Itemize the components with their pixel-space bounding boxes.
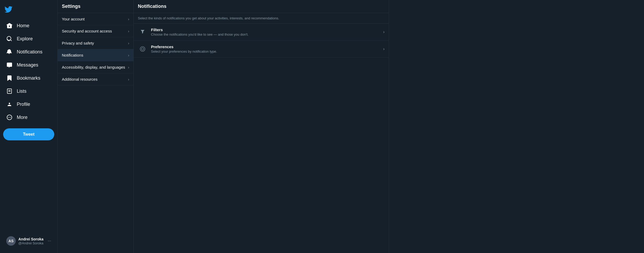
bookmarks-icon: [6, 75, 13, 81]
preferences-title: Preferences: [151, 45, 380, 49]
sidebar-item-messages[interactable]: Messages: [2, 59, 55, 71]
notifications-option-preferences[interactable]: Preferences Select your preferences by n…: [134, 41, 389, 58]
preferences-description: Select your preferences by notification …: [151, 50, 380, 53]
sidebar-item-label: More: [17, 115, 28, 120]
filters-title: Filters: [151, 28, 380, 32]
chevron-right-icon: ›: [128, 17, 129, 21]
sidebar-item-home[interactable]: Home: [2, 19, 55, 32]
sidebar-item-explore[interactable]: Explore: [2, 32, 55, 45]
explore-icon: [6, 36, 13, 42]
settings-item-additional[interactable]: Additional resources ›: [58, 73, 133, 85]
user-profile-button[interactable]: AS Andrei Soroka @Andrei Soroka ···: [2, 233, 55, 249]
sidebar-item-label: Explore: [17, 36, 33, 42]
settings-item-privacy[interactable]: Privacy and safety ›: [58, 37, 133, 49]
home-icon: [6, 23, 13, 29]
user-name: Andrei Soroka: [18, 237, 45, 241]
lists-icon: [6, 88, 13, 94]
avatar: AS: [6, 236, 16, 246]
nav-items: Home Explore Notifications: [0, 19, 57, 124]
settings-item-security[interactable]: Security and account access ›: [58, 25, 133, 37]
chevron-right-icon: ›: [383, 47, 385, 51]
notifications-icon: [6, 49, 13, 55]
sidebar-item-bookmarks[interactable]: Bookmarks: [2, 72, 55, 84]
sidebar-item-label: Bookmarks: [17, 75, 40, 81]
sidebar-item-lists[interactable]: Lists: [2, 85, 55, 97]
notifications-subtitle: Select the kinds of notifications you ge…: [134, 13, 389, 24]
sidebar-item-profile[interactable]: Profile: [2, 98, 55, 111]
user-handle: @Andrei Soroka: [18, 241, 45, 245]
sidebar-item-more[interactable]: More: [2, 111, 55, 124]
sidebar-item-label: Profile: [17, 102, 30, 107]
chevron-right-icon: ›: [128, 29, 129, 33]
chevron-right-icon: ›: [128, 41, 129, 45]
settings-item-accessibility[interactable]: Accessibility, display, and languages ›: [58, 61, 133, 73]
sidebar-item-notifications[interactable]: Notifications: [2, 46, 55, 58]
more-icon: [6, 114, 13, 120]
filters-icon: [138, 27, 147, 37]
settings-item-notifications[interactable]: Notifications ›: [58, 49, 133, 61]
chevron-right-icon: ›: [128, 77, 129, 81]
profile-icon: [6, 101, 13, 107]
notifications-panel-title: Notifications: [134, 0, 389, 13]
tweet-button[interactable]: Tweet: [3, 128, 54, 140]
preferences-option-text: Preferences Select your preferences by n…: [151, 45, 380, 53]
settings-item-your-account[interactable]: Your account ›: [58, 13, 133, 25]
right-empty-panel: [389, 0, 644, 253]
chevron-right-icon: ›: [128, 53, 129, 57]
notifications-panel: Notifications Select the kinds of notifi…: [134, 0, 389, 253]
settings-panel: Settings Your account › Security and acc…: [58, 0, 134, 253]
user-info: Andrei Soroka @Andrei Soroka: [18, 237, 45, 245]
settings-title: Settings: [58, 0, 133, 13]
sidebar: Home Explore Notifications: [0, 0, 58, 253]
chevron-right-icon: ›: [128, 65, 129, 69]
twitter-logo[interactable]: [0, 2, 57, 18]
sidebar-item-label: Notifications: [17, 49, 42, 55]
filters-option-text: Filters Choose the notifications you'd l…: [151, 28, 380, 36]
notifications-option-filters[interactable]: Filters Choose the notifications you'd l…: [134, 24, 389, 41]
messages-icon: [6, 62, 13, 68]
sidebar-item-label: Home: [17, 23, 29, 29]
chevron-right-icon: ›: [383, 30, 385, 34]
sidebar-item-label: Lists: [17, 89, 26, 94]
preferences-icon: [138, 44, 147, 54]
filters-description: Choose the notifications you'd like to s…: [151, 32, 380, 36]
sidebar-item-label: Messages: [17, 62, 38, 68]
user-more-icon: ···: [48, 239, 51, 243]
